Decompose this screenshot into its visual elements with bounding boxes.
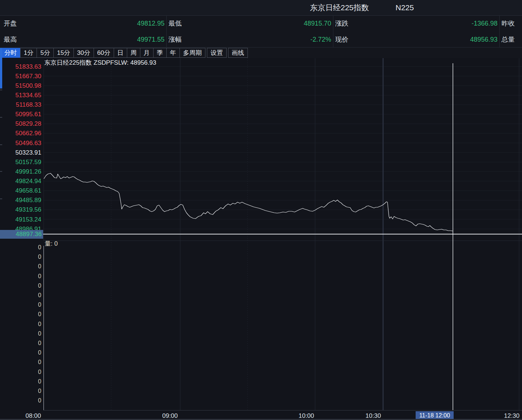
volume-axis-label: 0: [0, 301, 41, 309]
quote-field-label: 总量: [502, 31, 515, 48]
price-volume-chart: [0, 58, 522, 420]
page-title: 东京日经225指数: [310, 0, 369, 15]
quote-field-value: 49812.95: [137, 15, 164, 31]
tab-item[interactable]: 季: [153, 48, 167, 58]
y-axis-label: 50323.91: [0, 149, 41, 156]
title-bar: 东京日经225指数 N225: [0, 0, 522, 16]
y-axis-label: 49485.89: [0, 196, 41, 204]
tab-item[interactable]: 设置: [207, 48, 227, 58]
tab-item[interactable]: 1分: [20, 48, 37, 58]
volume-axis-label: 0: [0, 397, 41, 404]
price-line: [44, 173, 453, 231]
tab-item[interactable]: 15分: [53, 48, 74, 58]
crosshair-price-tag: 48897.36: [0, 230, 43, 239]
quote-field-label: 涨幅: [169, 31, 182, 48]
volume-axis-label: 0: [0, 282, 41, 290]
quote-field: 昨收: [499, 15, 522, 31]
tab-timeline[interactable]: 分时: [1, 48, 20, 58]
y-axis-label: 51334.65: [0, 91, 41, 99]
quote-field: 总量: [499, 31, 522, 48]
quote-field-value: 49971.55: [137, 31, 164, 48]
info-column-divider: [333, 15, 333, 48]
quote-field-label: 最高: [4, 31, 17, 48]
y-axis-label: 50995.61: [0, 110, 41, 118]
quote-field-label: 涨跌: [335, 15, 348, 31]
volume-axis-label: 0: [0, 311, 41, 318]
y-axis-label: 49824.94: [0, 177, 41, 185]
quote-field-label: 开盘: [4, 15, 17, 31]
quote-info-panel: 开盘49812.95最低48915.70涨跌-1366.98昨收 最高49971…: [0, 15, 522, 48]
info-column-divider: [166, 15, 167, 48]
period-tab-bar: 分时1分5分15分30分60分日周月季年多周期设置画线: [0, 48, 522, 58]
left-ruler-mark: [0, 198, 2, 199]
quote-field-label: 最低: [169, 15, 182, 31]
y-axis-label: 50662.96: [0, 129, 41, 137]
y-axis-label: 51500.98: [0, 82, 41, 90]
tab-item[interactable]: 多周期: [179, 48, 205, 58]
left-ruler-mark: [0, 117, 2, 118]
quote-field: 最低48915.70: [166, 15, 333, 31]
quote-field-value: -1366.98: [472, 15, 498, 31]
left-scrollbar-thumb[interactable]: [0, 48, 2, 88]
quote-field: 现价48956.93: [333, 31, 499, 48]
volume-axis-label: 0: [0, 273, 41, 280]
trading-app-window: 东京日经225指数 N225 开盘49812.95最低48915.70涨跌-13…: [0, 0, 522, 420]
y-axis-label: 50829.28: [0, 120, 41, 128]
volume-axis-label: 0: [0, 387, 41, 395]
quote-field-label: 昨收: [502, 15, 515, 31]
chart-legend: 东京日经225指数 ZSDPFSLW: 48956.93: [44, 58, 156, 67]
tab-item[interactable]: 画线: [228, 48, 248, 58]
y-axis-label: 49991.26: [0, 168, 41, 175]
y-axis-label: 50496.63: [0, 139, 41, 147]
quote-field-value: 48956.93: [470, 31, 498, 48]
y-axis-label: 50157.59: [0, 158, 41, 166]
quote-field-value: -2.72%: [310, 31, 331, 48]
quote-field: 涨跌-1366.98: [333, 15, 499, 31]
left-ruler-mark: [0, 90, 2, 90]
volume-axis-label: 0: [0, 359, 41, 366]
volume-axis-label: 0: [0, 368, 41, 376]
tab-item[interactable]: 60分: [94, 48, 114, 58]
info-column-divider: [499, 15, 500, 48]
tab-item[interactable]: 年: [166, 48, 180, 58]
left-ruler-mark: [0, 171, 2, 172]
left-ruler-mark: [0, 144, 2, 145]
tab-item[interactable]: 月: [140, 48, 154, 58]
volume-axis-label: 0: [0, 340, 41, 347]
tab-item[interactable]: 5分: [37, 48, 53, 58]
volume-axis-label: 0: [0, 321, 41, 328]
symbol-code: N225: [396, 0, 414, 15]
tab-item[interactable]: 日: [114, 48, 127, 58]
quote-field-label: 现价: [335, 31, 348, 48]
quote-field: 涨幅-2.72%: [166, 31, 333, 48]
quote-field-value: 48915.70: [304, 15, 331, 31]
y-axis-label: 51667.30: [0, 72, 41, 80]
y-axis-label: 51833.63: [0, 63, 41, 71]
volume-axis-label: 0: [0, 330, 41, 337]
volume-axis-label: 0: [0, 253, 41, 261]
quote-field: 开盘49812.95: [0, 15, 166, 31]
y-axis-label: 51168.33: [0, 101, 41, 109]
volume-axis-label: 0: [0, 292, 41, 299]
volume-axis-label: 0: [0, 349, 41, 356]
y-axis-label: 49658.61: [0, 187, 41, 194]
volume-axis-label: 0: [0, 378, 41, 385]
tab-item[interactable]: 周: [127, 48, 140, 58]
volume-indicator-label: 量: 0: [45, 239, 58, 248]
y-axis-label: 49153.24: [0, 216, 41, 223]
quote-info-row-2: 最高49971.55涨幅-2.72%现价48956.93总量: [0, 31, 522, 48]
chart-area: 东京日经225指数 ZSDPFSLW: 48956.93 量: 0 51833.…: [0, 58, 522, 420]
quote-info-row-1: 开盘49812.95最低48915.70涨跌-1366.98昨收: [0, 15, 522, 31]
y-axis-label: 49319.56: [0, 206, 41, 213]
tab-item[interactable]: 30分: [73, 48, 94, 58]
volume-axis-label: 0: [0, 263, 41, 270]
quote-field: 最高49971.55: [0, 31, 166, 48]
volume-axis-label: 0: [0, 244, 41, 251]
